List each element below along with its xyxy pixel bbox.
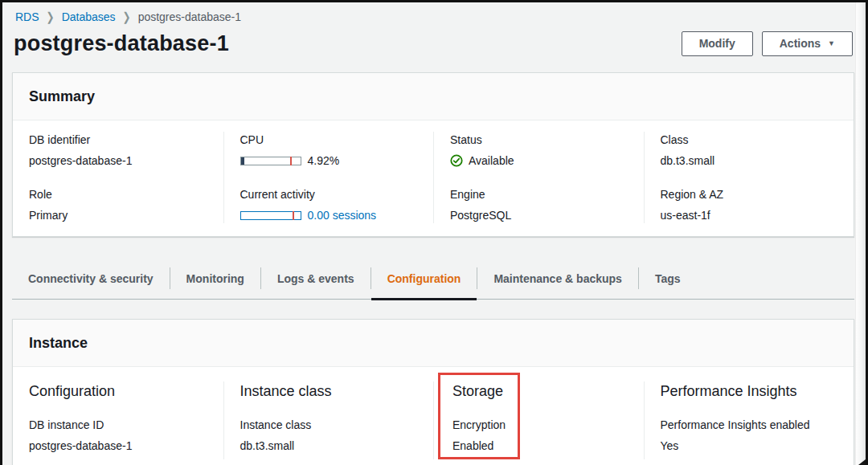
instance-class-heading: Instance class	[240, 381, 418, 401]
field-db-identifier: DB identifier postgres-database-1	[29, 132, 207, 169]
cpu-threshold-tick	[290, 157, 292, 165]
instance-panel-header: Instance	[13, 320, 854, 367]
field-encryption: Encryption Enabled	[452, 417, 506, 454]
circle-check-icon	[450, 154, 463, 167]
field-instance-class: Instance class db.t3.small	[240, 417, 418, 454]
sessions-link[interactable]: 0.00 sessions	[308, 207, 377, 223]
sessions-threshold-tick	[293, 211, 294, 220]
field-engine: Engine PostgreSQL	[450, 186, 628, 223]
storage-highlight-annotation: Storage Encryption Enabled	[438, 373, 520, 459]
instance-title: Instance	[29, 335, 837, 352]
instance-panel: Instance Configuration DB instance ID po…	[12, 319, 854, 465]
page-header: postgres-database-1 Modify Actions ▼	[12, 31, 854, 56]
instance-body: Configuration DB instance ID postgres-da…	[13, 367, 854, 465]
instance-column-performance-insights: Performance Insights Performance Insight…	[644, 381, 854, 459]
field-role: Role Primary	[29, 186, 207, 223]
tab-maintenance-backups[interactable]: Maintenance & backups	[477, 258, 638, 300]
field-cpu: CPU 4.92%	[240, 132, 418, 169]
summary-column-metrics: CPU 4.92% Current activity 0.00 sessions	[223, 132, 434, 223]
instance-column-storage: Storage Encryption Enabled	[433, 381, 644, 459]
tab-monitoring[interactable]: Monitoring	[170, 258, 260, 300]
tab-tags[interactable]: Tags	[639, 258, 697, 300]
summary-column-status: Status Available Engine PostgreSQL	[433, 132, 644, 223]
rds-console-window: RDS ❯ Databases ❯ postgres-database-1 po…	[0, 0, 868, 465]
field-current-activity: Current activity 0.00 sessions	[240, 186, 418, 223]
summary-panel: Summary DB identifier postgres-database-…	[12, 72, 854, 237]
modify-button[interactable]: Modify	[682, 31, 753, 56]
chevron-right-icon: ❯	[47, 10, 55, 24]
caret-down-icon: ▼	[828, 39, 835, 47]
instance-column-configuration: Configuration DB instance ID postgres-da…	[13, 381, 223, 459]
summary-column-class: Class db.t3.small Region & AZ us-east-1f	[644, 132, 854, 223]
chevron-right-icon: ❯	[123, 10, 131, 24]
tab-logs-events[interactable]: Logs & events	[261, 258, 371, 300]
summary-column-identity: DB identifier postgres-database-1 Role P…	[13, 132, 223, 223]
vertical-scrollbar[interactable]	[855, 2, 866, 465]
breadcrumb: RDS ❯ Databases ❯ postgres-database-1	[12, 2, 854, 23]
tab-connectivity-security[interactable]: Connectivity & security	[12, 258, 170, 300]
instance-column-class: Instance class Instance class db.t3.smal…	[223, 381, 434, 459]
breadcrumb-link-rds[interactable]: RDS	[15, 10, 39, 23]
actions-button-label: Actions	[780, 37, 821, 50]
tab-configuration[interactable]: Configuration	[371, 258, 477, 300]
breadcrumb-current: postgres-database-1	[138, 10, 241, 23]
cpu-value: 4.92%	[308, 153, 340, 169]
field-db-instance-id: DB instance ID postgres-database-1	[29, 417, 207, 454]
field-class: Class db.t3.small	[661, 132, 838, 169]
field-status: Status Available	[450, 132, 628, 169]
sessions-bar	[240, 211, 301, 220]
field-region-az: Region & AZ us-east-1f	[661, 186, 838, 223]
header-actions: Modify Actions ▼	[682, 31, 854, 56]
breadcrumb-link-databases[interactable]: Databases	[62, 10, 116, 23]
performance-insights-heading: Performance Insights	[661, 381, 838, 401]
tab-bar: Connectivity & security Monitoring Logs …	[12, 258, 854, 300]
page-title: postgres-database-1	[14, 31, 229, 56]
status-badge: Available	[469, 153, 514, 169]
cpu-usage-bar	[240, 157, 301, 165]
summary-panel-header: Summary	[13, 73, 854, 120]
storage-heading: Storage	[452, 381, 506, 401]
configuration-heading: Configuration	[29, 381, 207, 401]
field-performance-insights-enabled: Performance Insights enabled Yes	[661, 417, 838, 454]
summary-title: Summary	[29, 88, 837, 105]
actions-button[interactable]: Actions ▼	[762, 31, 853, 56]
summary-body: DB identifier postgres-database-1 Role P…	[13, 120, 854, 236]
